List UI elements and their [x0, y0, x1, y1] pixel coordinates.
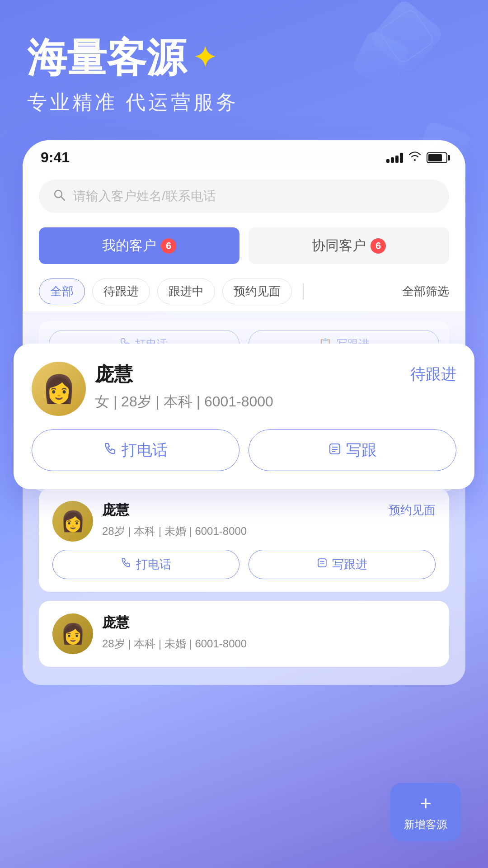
search-container: 请输入客户姓名/联系电话 — [23, 170, 465, 220]
fab-add-customer[interactable]: + 新增客源 — [390, 783, 461, 841]
filter-all[interactable]: 全部 — [39, 278, 85, 304]
search-placeholder: 请输入客户姓名/联系电话 — [73, 188, 216, 205]
write-icon-main — [328, 442, 342, 459]
customer-details-3: 28岁 | 本科 | 未婚 | 6001-8000 — [102, 636, 436, 652]
card-info: 庞慧 28岁 | 本科 | 未婚 | 6001-8000 — [102, 613, 436, 652]
plus-icon: + — [420, 792, 432, 815]
tab-collab-customers[interactable]: 协同客户 6 — [249, 227, 449, 264]
list-item: 👩 庞慧 28岁 | 本科 | 未婚 | 6001-8000 — [39, 601, 449, 667]
write-button-2[interactable]: 写跟进 — [249, 550, 436, 579]
wifi-icon — [408, 151, 421, 164]
avatar: 👩 — [52, 613, 93, 654]
search-icon — [52, 188, 66, 205]
avatar: 👩 — [52, 501, 93, 542]
filter-divider — [303, 283, 304, 300]
customer-details: 女 | 28岁 | 本科 | 6001-8000 — [95, 391, 456, 412]
status-bar: 9:41 — [23, 140, 465, 170]
battery-icon — [427, 152, 447, 163]
write-button-main[interactable]: 写跟 — [249, 429, 456, 471]
customer-status-2: 预约见面 — [389, 502, 436, 518]
phone-icon-2 — [121, 557, 131, 571]
list-item: 👩 庞慧 预约见面 28岁 | 本科 | 未婚 | 6001-8000 打电话 — [39, 488, 449, 592]
write-icon-2 — [317, 557, 328, 571]
tab-my-customers-badge: 6 — [161, 238, 176, 254]
tab-container: 我的客户 6 协同客户 6 — [23, 220, 465, 271]
filter-appointment[interactable]: 预约见面 — [222, 278, 292, 304]
call-button-main[interactable]: 打电话 — [32, 429, 239, 471]
status-icons — [386, 151, 447, 164]
background-list: 👩 庞慧 预约见面 28岁 | 本科 | 未婚 | 6001-8000 打电话 — [23, 479, 465, 685]
tab-my-customers[interactable]: 我的客户 6 — [39, 227, 239, 264]
call-label: 打电话 — [122, 440, 168, 461]
filter-pending[interactable]: 待跟进 — [92, 278, 150, 304]
customer-name-2: 庞慧 — [102, 501, 129, 519]
filter-following[interactable]: 跟进中 — [157, 278, 215, 304]
status-time: 9:41 — [41, 149, 70, 166]
svg-line-6 — [61, 197, 65, 200]
search-bar[interactable]: 请输入客户姓名/联系电话 — [39, 179, 449, 213]
write-label: 写跟 — [346, 440, 377, 461]
signal-icon — [386, 153, 403, 163]
main-title: 海量客源 ✦ — [27, 36, 461, 80]
customer-name: 庞慧 — [95, 362, 133, 387]
tab-my-customers-label: 我的客户 — [102, 236, 156, 255]
subtitle: 专业精准 代运营服务 — [27, 89, 461, 116]
fab-label: 新增客源 — [404, 817, 447, 832]
call-button-2[interactable]: 打电话 — [52, 550, 239, 579]
phone-icon-main — [103, 442, 117, 459]
filter-row: 全部 待跟进 跟进中 预约见面 全部筛选 — [23, 271, 465, 312]
sparkle-icon: ✦ — [193, 43, 216, 73]
tab-collab-customers-label: 协同客户 — [312, 236, 366, 255]
tab-collab-customers-badge: 6 — [371, 238, 386, 254]
card-info: 庞慧 待跟进 女 | 28岁 | 本科 | 6001-8000 — [95, 362, 456, 412]
customer-status: 待跟进 — [410, 364, 456, 385]
avatar: 👩 — [32, 362, 86, 416]
filter-all-options[interactable]: 全部筛选 — [402, 283, 449, 299]
card-info: 庞慧 预约见面 28岁 | 本科 | 未婚 | 6001-8000 — [102, 501, 436, 539]
customer-name-3: 庞慧 — [102, 613, 129, 632]
floating-customer-card: 👩 庞慧 待跟进 女 | 28岁 | 本科 | 6001-8000 打电话 — [14, 344, 474, 489]
customer-details-2: 28岁 | 本科 | 未婚 | 6001-8000 — [102, 523, 436, 539]
